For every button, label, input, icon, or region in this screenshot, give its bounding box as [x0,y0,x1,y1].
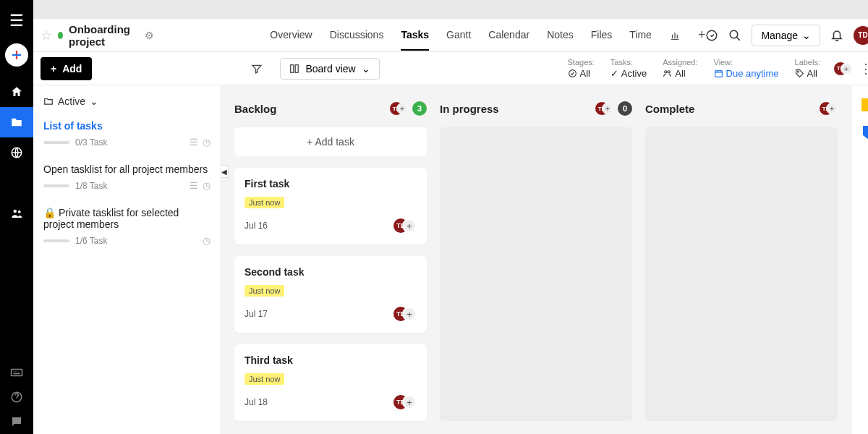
bookmark-widget-icon[interactable] [863,126,869,139]
nav-chat[interactable] [0,409,33,434]
column-title: Complete [645,103,694,115]
manage-dropdown[interactable]: Manage ⌄ [752,25,820,46]
sidebar-tasklist-item[interactable]: Open tasklist for all project members1/8… [33,158,221,201]
keyboard-icon [10,367,23,378]
sidebar-tasklist-item[interactable]: List of tasks0/3 Task☰◷ [33,114,221,158]
column-avatars[interactable]: TD+ [595,101,613,116]
sidebar-tasklist-item[interactable]: 🔒 Private tasklist for selected project … [33,201,221,256]
tab-tasks[interactable]: Tasks [401,20,429,51]
task-date: Jul 17 [244,309,268,319]
progress-bar [43,184,69,187]
task-count: 1/6 Task [75,236,107,246]
filter-icon[interactable] [251,63,263,75]
tasklist-title: List of tasks [43,120,210,132]
svg-point-9 [569,70,576,77]
reminder-icon[interactable] [705,29,718,42]
nav-projects[interactable] [0,107,33,137]
clock-icon[interactable]: ◷ [203,137,210,148]
add-assignee-icon[interactable]: + [402,218,417,233]
menu-icon[interactable]: ☰ [9,12,24,30]
project-settings-icon[interactable]: ⚙ [145,30,154,41]
add-assignee-icon[interactable]: + [396,103,408,114]
notes-widget-icon[interactable] [861,98,869,111]
add-assignee-icon[interactable]: + [841,63,852,75]
tab-time[interactable]: Time [629,20,652,51]
add-assignee-icon[interactable]: + [826,103,838,114]
filter-view[interactable]: View: Due anytime [714,58,779,79]
column-avatars[interactable]: TD+ [389,101,408,116]
task-tag: Just now [244,197,284,208]
globe-icon [10,146,23,159]
sidebar-group-header[interactable]: Active ⌄ [33,95,221,114]
task-card[interactable]: Second taskJust nowJul 17TD+ [234,256,427,333]
tasklist-sidebar: Active ⌄ List of tasks0/3 Task☰◷Open tas… [33,85,221,434]
tab-files[interactable]: Files [591,20,613,51]
user-avatar[interactable]: TD [854,26,868,45]
column-title: In progress [440,103,499,115]
tag-icon [795,69,804,78]
nav-keyboard[interactable] [0,360,33,385]
add-task-button[interactable]: + Add task [234,127,427,156]
tab-gantt[interactable]: Gantt [446,20,471,51]
more-menu-icon[interactable]: ⋮ [859,61,868,77]
nav-help[interactable] [0,385,33,409]
chevron-down-icon: ⌄ [362,63,370,75]
check-icon: ✓ [610,68,618,79]
view-switcher[interactable]: Board view ⌄ [280,58,379,80]
global-add-button[interactable] [5,43,28,67]
add-assignee-icon[interactable]: + [602,103,613,114]
task-card[interactable]: Third taskJust nowJul 18TD+ [234,344,427,421]
empty-column-dropzone[interactable] [645,127,838,421]
list-icon[interactable]: ☰ [190,180,198,191]
plus-icon [10,48,23,61]
people-icon [663,69,672,78]
chart-icon [10,176,23,190]
add-button-label: Add [62,63,82,75]
circle-check-icon [568,69,577,78]
tab-overview[interactable]: Overview [270,20,312,51]
notifications-icon[interactable] [830,29,843,42]
add-assignee-icon[interactable]: + [402,307,417,321]
tab-discussions[interactable]: Discussions [330,20,384,51]
filter-labels[interactable]: Labels: All [795,58,820,79]
nav-global[interactable] [0,137,33,168]
progress-bar [43,141,69,144]
clock-icon[interactable]: ◷ [203,180,210,191]
nav-reports[interactable] [0,168,33,198]
favorite-star-icon[interactable]: ☆ [41,27,52,43]
analytics-icon[interactable] [669,30,681,41]
column-avatars[interactable]: TD+ [819,101,838,116]
tab-calendar[interactable]: Calendar [488,20,529,51]
project-status-dot [58,32,63,39]
nav-people[interactable] [0,198,33,229]
nav-home[interactable] [0,77,33,107]
right-rail [851,85,868,434]
column-count-badge: 3 [412,101,427,116]
empty-column-dropzone[interactable] [440,127,632,421]
chevron-down-icon: ⌄ [802,30,811,41]
board-icon [289,64,299,74]
task-card[interactable]: First taskJust nowJul 16TD+ [234,168,427,244]
add-assignee-icon[interactable]: + [402,395,417,409]
filter-tasks[interactable]: Tasks: ✓Active [610,58,647,79]
list-icon[interactable]: ☰ [190,137,198,148]
column-complete: Complete TD+ [645,101,838,421]
filter-assigned[interactable]: Assigned: All [663,58,697,79]
task-count: 1/8 Task [75,181,107,191]
collapse-sidebar-handle[interactable]: ◀ [221,165,229,178]
search-icon[interactable] [728,29,741,42]
clock-icon[interactable]: ◷ [203,235,210,246]
filter-stages[interactable]: Stages: All [568,58,595,79]
column-title: Backlog [234,103,276,115]
tasklist-title: 🔒 Private tasklist for selected project … [43,207,210,230]
svg-point-6 [731,30,739,38]
folder-icon [10,116,23,129]
project-title: Onboarding project [69,23,139,48]
topbar: ☆ Onboarding project ⚙ Overview Discussi… [33,19,868,52]
add-button[interactable]: + Add [41,57,92,80]
svg-point-10 [665,71,667,73]
svg-rect-8 [296,64,299,72]
add-tab-button[interactable]: + [698,27,706,43]
assignee-avatars[interactable]: TD + [833,61,852,76]
tab-notes[interactable]: Notes [547,20,574,51]
